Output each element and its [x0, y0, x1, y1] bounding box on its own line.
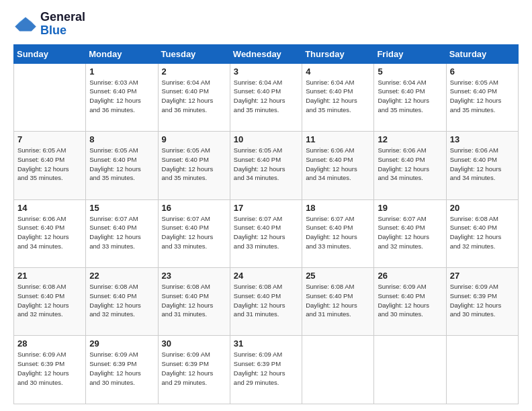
calendar-cell: 8Sunrise: 6:05 AM Sunset: 6:40 PM Daylig…	[86, 132, 158, 199]
day-info: Sunrise: 6:09 AM Sunset: 6:40 PM Dayligh…	[378, 282, 442, 319]
day-info: Sunrise: 6:08 AM Sunset: 6:40 PM Dayligh…	[162, 282, 226, 319]
day-number: 5	[378, 66, 442, 77]
calendar-cell: 10Sunrise: 6:05 AM Sunset: 6:40 PM Dayli…	[230, 132, 302, 199]
calendar-header: SundayMondayTuesdayWednesdayThursdayFrid…	[14, 44, 519, 63]
calendar-cell: 25Sunrise: 6:08 AM Sunset: 6:40 PM Dayli…	[302, 268, 374, 336]
day-info: Sunrise: 6:09 AM Sunset: 6:39 PM Dayligh…	[234, 350, 298, 387]
calendar-cell	[302, 336, 374, 404]
day-info: Sunrise: 6:05 AM Sunset: 6:40 PM Dayligh…	[450, 78, 515, 115]
calendar-cell	[374, 336, 446, 404]
day-info: Sunrise: 6:07 AM Sunset: 6:40 PM Dayligh…	[378, 214, 442, 251]
calendar-body: 1Sunrise: 6:03 AM Sunset: 6:40 PM Daylig…	[14, 63, 519, 404]
weekday-header-saturday: Saturday	[446, 44, 518, 63]
day-info: Sunrise: 6:06 AM Sunset: 6:40 PM Dayligh…	[306, 146, 370, 183]
calendar-cell: 21Sunrise: 6:08 AM Sunset: 6:40 PM Dayli…	[14, 268, 86, 336]
day-info: Sunrise: 6:05 AM Sunset: 6:40 PM Dayligh…	[234, 146, 298, 183]
day-info: Sunrise: 6:08 AM Sunset: 6:40 PM Dayligh…	[450, 214, 515, 251]
calendar-cell: 22Sunrise: 6:08 AM Sunset: 6:40 PM Dayli…	[86, 268, 158, 336]
day-number: 28	[17, 338, 82, 349]
calendar-cell: 17Sunrise: 6:07 AM Sunset: 6:40 PM Dayli…	[230, 199, 302, 267]
calendar-cell: 19Sunrise: 6:07 AM Sunset: 6:40 PM Dayli…	[374, 199, 446, 267]
day-info: Sunrise: 6:06 AM Sunset: 6:40 PM Dayligh…	[378, 146, 442, 183]
day-number: 10	[234, 134, 298, 144]
calendar-cell: 23Sunrise: 6:08 AM Sunset: 6:40 PM Dayli…	[158, 268, 230, 336]
calendar-cell: 29Sunrise: 6:09 AM Sunset: 6:39 PM Dayli…	[86, 336, 158, 404]
logo: General Blue	[13, 11, 85, 38]
calendar-cell	[14, 63, 86, 131]
day-number: 24	[234, 271, 298, 281]
day-info: Sunrise: 6:04 AM Sunset: 6:40 PM Dayligh…	[306, 78, 370, 115]
calendar-cell: 5Sunrise: 6:04 AM Sunset: 6:40 PM Daylig…	[374, 63, 446, 131]
calendar-cell: 3Sunrise: 6:04 AM Sunset: 6:40 PM Daylig…	[230, 63, 302, 131]
calendar-cell	[446, 336, 518, 404]
day-number: 19	[378, 203, 442, 213]
day-number: 1	[89, 66, 154, 77]
calendar-cell: 1Sunrise: 6:03 AM Sunset: 6:40 PM Daylig…	[86, 63, 158, 131]
day-info: Sunrise: 6:08 AM Sunset: 6:40 PM Dayligh…	[89, 282, 154, 319]
day-number: 21	[17, 271, 82, 281]
calendar-cell: 28Sunrise: 6:09 AM Sunset: 6:39 PM Dayli…	[14, 336, 86, 404]
day-info: Sunrise: 6:07 AM Sunset: 6:40 PM Dayligh…	[234, 214, 298, 251]
day-number: 30	[162, 338, 226, 349]
day-number: 29	[89, 338, 154, 349]
logo-text: General Blue	[40, 11, 85, 38]
day-number: 26	[378, 271, 442, 281]
day-number: 17	[234, 203, 298, 213]
day-info: Sunrise: 6:09 AM Sunset: 6:39 PM Dayligh…	[450, 282, 515, 319]
day-number: 2	[162, 66, 226, 77]
calendar-table: SundayMondayTuesdayWednesdayThursdayFrid…	[13, 44, 519, 404]
calendar-cell: 31Sunrise: 6:09 AM Sunset: 6:39 PM Dayli…	[230, 336, 302, 404]
day-info: Sunrise: 6:09 AM Sunset: 6:39 PM Dayligh…	[17, 350, 82, 387]
weekday-header-monday: Monday	[86, 44, 158, 63]
day-number: 16	[162, 203, 226, 213]
calendar-cell: 18Sunrise: 6:07 AM Sunset: 6:40 PM Dayli…	[302, 199, 374, 267]
day-number: 14	[17, 203, 82, 213]
weekday-header-sunday: Sunday	[14, 44, 86, 63]
weekday-header-tuesday: Tuesday	[158, 44, 230, 63]
day-number: 27	[450, 271, 515, 281]
day-number: 12	[378, 134, 442, 144]
header: General Blue	[13, 11, 519, 38]
calendar-cell: 30Sunrise: 6:09 AM Sunset: 6:39 PM Dayli…	[158, 336, 230, 404]
weekday-header-friday: Friday	[374, 44, 446, 63]
day-info: Sunrise: 6:07 AM Sunset: 6:40 PM Dayligh…	[89, 214, 154, 251]
day-info: Sunrise: 6:04 AM Sunset: 6:40 PM Dayligh…	[378, 78, 442, 115]
weekday-header-thursday: Thursday	[302, 44, 374, 63]
weekday-header-row: SundayMondayTuesdayWednesdayThursdayFrid…	[14, 44, 519, 63]
day-number: 6	[450, 66, 515, 77]
day-number: 18	[306, 203, 370, 213]
calendar-cell: 14Sunrise: 6:06 AM Sunset: 6:40 PM Dayli…	[14, 199, 86, 267]
day-info: Sunrise: 6:08 AM Sunset: 6:40 PM Dayligh…	[306, 282, 370, 319]
day-info: Sunrise: 6:06 AM Sunset: 6:40 PM Dayligh…	[450, 146, 515, 183]
day-info: Sunrise: 6:08 AM Sunset: 6:40 PM Dayligh…	[234, 282, 298, 319]
calendar-cell: 26Sunrise: 6:09 AM Sunset: 6:40 PM Dayli…	[374, 268, 446, 336]
day-info: Sunrise: 6:06 AM Sunset: 6:40 PM Dayligh…	[17, 214, 82, 251]
calendar-week-4: 21Sunrise: 6:08 AM Sunset: 6:40 PM Dayli…	[14, 268, 519, 336]
page: General Blue SundayMondayTuesdayWednesda…	[0, 0, 532, 411]
day-info: Sunrise: 6:05 AM Sunset: 6:40 PM Dayligh…	[17, 146, 82, 183]
calendar-cell: 4Sunrise: 6:04 AM Sunset: 6:40 PM Daylig…	[302, 63, 374, 131]
day-number: 15	[89, 203, 154, 213]
calendar-week-5: 28Sunrise: 6:09 AM Sunset: 6:39 PM Dayli…	[14, 336, 519, 404]
calendar-cell: 11Sunrise: 6:06 AM Sunset: 6:40 PM Dayli…	[302, 132, 374, 199]
day-info: Sunrise: 6:08 AM Sunset: 6:40 PM Dayligh…	[17, 282, 82, 319]
day-info: Sunrise: 6:09 AM Sunset: 6:39 PM Dayligh…	[162, 350, 226, 387]
day-info: Sunrise: 6:07 AM Sunset: 6:40 PM Dayligh…	[162, 214, 226, 251]
svg-marker-0	[15, 17, 36, 31]
calendar-cell: 2Sunrise: 6:04 AM Sunset: 6:40 PM Daylig…	[158, 63, 230, 131]
day-number: 25	[306, 271, 370, 281]
calendar-cell: 15Sunrise: 6:07 AM Sunset: 6:40 PM Dayli…	[86, 199, 158, 267]
calendar-cell: 6Sunrise: 6:05 AM Sunset: 6:40 PM Daylig…	[446, 63, 518, 131]
day-number: 23	[162, 271, 226, 281]
day-number: 7	[17, 134, 82, 144]
day-number: 11	[306, 134, 370, 144]
calendar-cell: 27Sunrise: 6:09 AM Sunset: 6:39 PM Dayli…	[446, 268, 518, 336]
calendar-cell: 13Sunrise: 6:06 AM Sunset: 6:40 PM Dayli…	[446, 132, 518, 199]
calendar-cell: 12Sunrise: 6:06 AM Sunset: 6:40 PM Dayli…	[374, 132, 446, 199]
day-number: 22	[89, 271, 154, 281]
calendar-week-2: 7Sunrise: 6:05 AM Sunset: 6:40 PM Daylig…	[14, 132, 519, 199]
day-number: 20	[450, 203, 515, 213]
calendar-week-3: 14Sunrise: 6:06 AM Sunset: 6:40 PM Dayli…	[14, 199, 519, 267]
day-info: Sunrise: 6:04 AM Sunset: 6:40 PM Dayligh…	[162, 78, 226, 115]
weekday-header-wednesday: Wednesday	[230, 44, 302, 63]
